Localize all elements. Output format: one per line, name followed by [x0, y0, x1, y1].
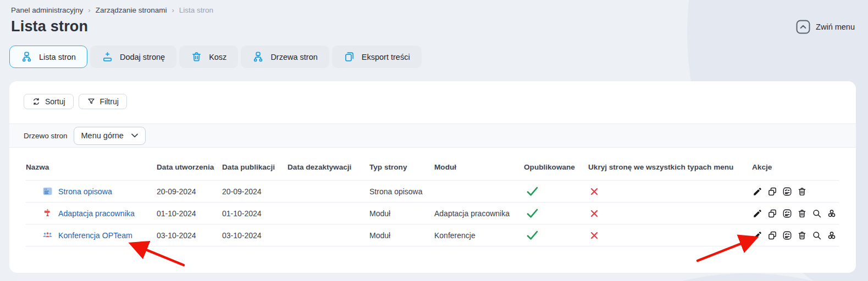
edit-icon[interactable] — [752, 208, 762, 218]
hidden-cross-icon — [588, 210, 752, 217]
pages-table: Nazwa Data utworzenia Data publikacji Da… — [9, 148, 856, 246]
sort-button-label: Sortuj — [45, 97, 65, 106]
cell-module: Konferencje — [434, 231, 524, 240]
column-header: Data dezaktywacji — [288, 163, 369, 171]
hidden-cross-icon — [588, 232, 752, 239]
page-title: Lista stron — [11, 18, 856, 35]
delete-icon[interactable] — [797, 186, 807, 196]
form-checklist-icon[interactable] — [782, 230, 792, 240]
tree-select-value: Menu górne — [81, 131, 124, 140]
cell-page-type: Moduł — [369, 231, 434, 240]
sitemap-icon — [21, 51, 32, 63]
refresh-sort-icon — [32, 97, 41, 106]
table-header-row: Nazwa Data utworzenia Data publikacji Da… — [26, 148, 839, 180]
breadcrumb-separator: › — [88, 6, 90, 14]
edit-icon[interactable] — [752, 186, 762, 196]
filter-button[interactable]: Filtruj — [79, 94, 127, 109]
published-check-icon — [524, 230, 588, 240]
tab-label: Eksport treści — [362, 53, 410, 61]
row-actions — [752, 208, 839, 218]
delete-icon[interactable] — [797, 208, 807, 218]
filter-button-label: Filtruj — [100, 97, 119, 106]
form-checklist-icon[interactable] — [782, 208, 792, 218]
column-header: Opublikowane — [524, 163, 588, 171]
preview-search-icon[interactable] — [811, 230, 822, 240]
add-page-icon — [102, 51, 113, 63]
tab-bar: Lista stron Dodaj stronę Kosz — [0, 35, 868, 68]
column-header: Nazwa — [26, 163, 157, 171]
delete-icon[interactable] — [797, 230, 807, 240]
cell-module: Adaptacja pracownika — [434, 209, 524, 218]
trash-icon — [191, 51, 202, 63]
form-checklist-icon[interactable] — [782, 186, 792, 196]
column-header: Akcje — [752, 163, 839, 171]
cell-page-type: Moduł — [369, 209, 434, 218]
row-actions — [752, 186, 839, 196]
sort-button[interactable]: Sortuj — [24, 94, 74, 109]
table-row: Strona opisowa 20-09-2024 20-09-2024 Str… — [26, 180, 839, 202]
sitemap-icon — [252, 51, 264, 63]
page-tree-icon[interactable] — [826, 230, 837, 240]
column-header: Ukryj stronę we wszystkich typach menu — [588, 163, 752, 171]
tab-label: Kosz — [209, 53, 226, 61]
tab-kosz[interactable]: Kosz — [179, 46, 238, 68]
cell-created: 03-10-2024 — [157, 231, 222, 240]
column-header: Data publikacji — [222, 163, 288, 171]
page-tree-icon[interactable] — [826, 208, 837, 218]
tab-label: Dodaj stronę — [120, 53, 165, 61]
copy-pages-icon — [344, 51, 355, 63]
tree-selector-band: Drzewo stron Menu górne — [9, 123, 856, 148]
tab-label: Drzewa stron — [270, 53, 317, 61]
chevron-down-icon — [131, 133, 138, 138]
list-toolbar: Sortuj Filtruj — [9, 81, 856, 123]
tree-select-label: Drzewo stron — [24, 132, 68, 140]
duplicate-icon[interactable] — [767, 230, 777, 240]
published-check-icon — [524, 208, 588, 218]
content-card: Sortuj Filtruj Drzewo stron Menu górne — [9, 81, 856, 273]
signpost-icon — [42, 208, 53, 218]
column-header: Moduł — [434, 163, 524, 171]
preview-search-icon[interactable] — [811, 208, 822, 218]
tab-eksport-tresci[interactable]: Eksport treści — [332, 46, 422, 68]
published-check-icon — [524, 186, 588, 196]
funnel-filter-icon — [87, 97, 96, 106]
column-header: Data utworzenia — [157, 163, 222, 171]
cell-created: 20-09-2024 — [157, 187, 222, 196]
cell-page-type: Strona opisowa — [369, 187, 434, 196]
tab-label: Lista stron — [39, 53, 76, 61]
duplicate-icon[interactable] — [767, 186, 777, 196]
table-row: Adaptacja pracownika 01-10-2024 01-10-20… — [26, 202, 839, 224]
breadcrumb-item[interactable]: Panel administracyjny — [11, 6, 83, 14]
cell-published-date: 01-10-2024 — [222, 209, 288, 218]
cell-created: 01-10-2024 — [157, 209, 222, 218]
row-actions — [752, 230, 839, 240]
table-body: Strona opisowa 20-09-2024 20-09-2024 Str… — [26, 180, 839, 246]
page-icon — [42, 186, 53, 196]
page-name-link[interactable]: Konferencja OPTeam — [58, 231, 132, 240]
tab-drzewa-stron[interactable]: Drzewa stron — [241, 46, 329, 68]
table-row: Konferencja OPTeam 03-10-2024 03-10-2024… — [26, 224, 839, 246]
tree-select-dropdown[interactable]: Menu górne — [74, 127, 146, 145]
page-name-link[interactable]: Adaptacja pracownika — [58, 209, 135, 218]
edit-icon[interactable] — [752, 230, 762, 240]
hidden-cross-icon — [588, 188, 752, 195]
people-icon — [42, 230, 53, 240]
breadcrumb: Panel administracyjny › Zarządzanie stro… — [11, 6, 856, 14]
breadcrumb-item[interactable]: Zarządzanie stronami — [96, 6, 167, 14]
cell-published-date: 20-09-2024 — [222, 187, 288, 196]
breadcrumb-item-current: Lista stron — [179, 6, 213, 14]
tab-dodaj-strone[interactable]: Dodaj stronę — [90, 46, 176, 68]
breadcrumb-separator: › — [172, 6, 174, 14]
duplicate-icon[interactable] — [767, 208, 777, 218]
cell-published-date: 03-10-2024 — [222, 231, 288, 240]
collapse-menu-label: Zwiń menu — [816, 23, 855, 31]
chevron-up-box-icon — [796, 20, 810, 34]
column-header: Typ strony — [369, 163, 434, 171]
page-header: Panel administracyjny › Zarządzanie stro… — [0, 0, 868, 35]
collapse-menu-button[interactable]: Zwiń menu — [796, 20, 855, 34]
tab-lista-stron[interactable]: Lista stron — [9, 46, 87, 68]
page-name-link[interactable]: Strona opisowa — [58, 187, 112, 196]
